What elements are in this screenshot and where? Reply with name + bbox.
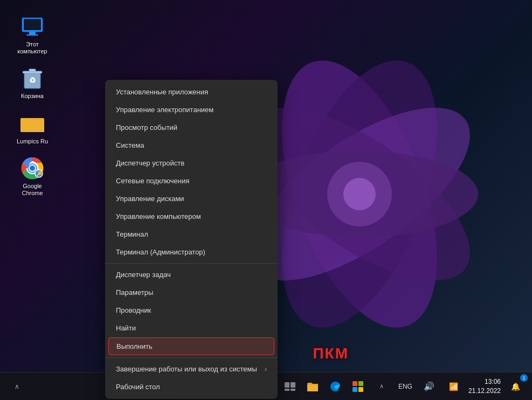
volume-icon: 🔊 [424, 381, 434, 391]
menu-item-task-mgr[interactable]: Диспетчер задач [105, 266, 278, 284]
svg-rect-9 [24, 19, 41, 30]
menu-item-terminal-admin[interactable]: Терминал (Администратор) [105, 243, 278, 261]
file-explorer-icon [307, 381, 319, 392]
chrome-icon: 🔑 [20, 156, 45, 181]
svg-text:♻: ♻ [29, 76, 36, 85]
taskbar-chevron-button[interactable]: ∧ [6, 376, 27, 397]
menu-item-disk-mgmt[interactable]: Управление дисками [105, 190, 278, 208]
tray-chevron-button[interactable]: ∧ [371, 376, 392, 397]
this-pc-label: Этот компьютер [14, 41, 51, 55]
store-icon [352, 381, 364, 392]
menu-item-run[interactable]: Выполнить [108, 337, 274, 355]
desktop-icon-lumpics[interactable]: Lumpics Ru [11, 108, 54, 148]
notification-badge: 1 [520, 374, 528, 382]
svg-point-21 [30, 165, 35, 171]
svg-rect-36 [358, 387, 363, 392]
notification-center-button[interactable]: 🔔 1 [505, 376, 526, 397]
this-pc-icon [20, 14, 45, 39]
chevron-up-icon: ∧ [15, 383, 19, 390]
svg-rect-32 [307, 385, 318, 391]
pkm-annotation: ПКМ [313, 345, 349, 362]
svg-rect-14 [29, 69, 36, 72]
chrome-label: Google Chrome [14, 183, 51, 197]
menu-item-shutdown[interactable]: Завершение работы или выход из системы › [105, 360, 278, 378]
recycle-bin-icon: ♻ [20, 66, 45, 91]
svg-point-7 [343, 178, 376, 210]
svg-rect-29 [291, 382, 295, 388]
desktop-icons-container: Этот компьютер ♻ Корзина [11, 11, 54, 200]
menu-item-terminal[interactable]: Терминал [105, 225, 278, 243]
menu-item-computer-mgmt[interactable]: Управление компьютером [105, 208, 278, 225]
menu-item-installed-apps[interactable]: Установленные приложения [105, 83, 278, 101]
svg-rect-30 [285, 389, 289, 391]
task-view-button[interactable] [280, 376, 300, 397]
menu-item-explorer[interactable]: Проводник [105, 301, 278, 319]
volume-button[interactable]: 🔊 [419, 376, 439, 397]
file-explorer-button[interactable] [302, 376, 323, 397]
desktop-icon-recycle-bin[interactable]: ♻ Корзина [11, 63, 54, 103]
menu-item-system[interactable]: Система [105, 136, 278, 154]
language-indicator[interactable]: ENG [396, 376, 414, 397]
recycle-bin-label: Корзина [21, 93, 44, 100]
menu-separator-1 [105, 263, 278, 264]
menu-item-device-mgr[interactable]: Диспетчер устройств [105, 154, 278, 172]
taskbar-left: ∧ [6, 376, 27, 397]
taskbar-right: ∧ ENG 🔊 📶 13:06 21.12.2022 🔔 [371, 376, 526, 397]
svg-rect-35 [353, 387, 357, 392]
lumpics-label: Lumpics Ru [17, 138, 48, 145]
svg-rect-28 [285, 382, 289, 388]
edge-button[interactable] [325, 376, 346, 397]
clock-time: 13:06 [468, 377, 501, 387]
edge-icon [329, 381, 341, 392]
menu-item-power-mgmt[interactable]: Управление электропитанием [105, 101, 278, 119]
menu-item-network[interactable]: Сетевые подключения [105, 172, 278, 190]
svg-text:🔑: 🔑 [36, 171, 43, 177]
svg-rect-31 [291, 389, 295, 391]
menu-item-desktop[interactable]: Рабочий стол [105, 378, 278, 396]
menu-item-find[interactable]: Найти [105, 319, 278, 337]
svg-rect-11 [26, 35, 38, 36]
lumpics-folder-icon [20, 111, 45, 136]
store-button[interactable] [348, 376, 368, 397]
svg-rect-10 [29, 32, 36, 35]
menu-item-settings[interactable]: Параметры [105, 284, 278, 301]
task-view-icon [285, 382, 295, 391]
menu-item-event-viewer[interactable]: Просмотр событий [105, 119, 278, 136]
desktop-icon-chrome[interactable]: 🔑 Google Chrome [11, 153, 54, 200]
menu-separator-2 [105, 357, 278, 358]
context-menu: Установленные приложения Управление элек… [105, 80, 278, 399]
shutdown-arrow-icon: › [265, 365, 267, 373]
system-clock[interactable]: 13:06 21.12.2022 [468, 377, 501, 396]
network-button[interactable]: 📶 [444, 376, 464, 397]
desktop-icon-this-pc[interactable]: Этот компьютер [11, 11, 54, 58]
desktop: Этот компьютер ♻ Корзина [0, 0, 532, 400]
svg-rect-33 [353, 381, 357, 386]
svg-rect-34 [358, 381, 363, 386]
notification-icon: 🔔 [511, 382, 520, 391]
clock-date: 21.12.2022 [468, 387, 501, 396]
network-icon: 📶 [449, 382, 458, 391]
